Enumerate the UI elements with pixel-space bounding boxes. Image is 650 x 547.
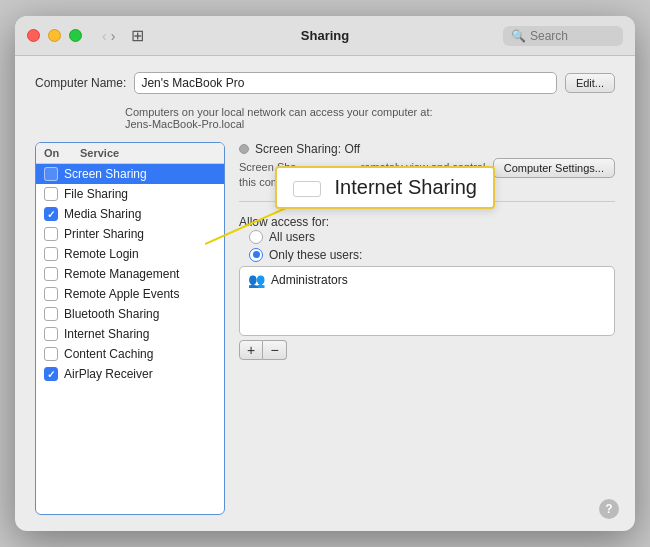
service-list-header: On Service [36, 143, 224, 164]
radio-all-users-btn[interactable] [249, 230, 263, 244]
screen-sharing-section: Screen Sharing: Off Screen Sha... remote… [239, 142, 615, 191]
main-panel: On Service Screen SharingFile SharingMed… [35, 142, 615, 515]
service-row-remote-login[interactable]: Remote Login [36, 244, 224, 264]
status-label: Screen Sharing: Off [255, 142, 360, 156]
service-row-remote-apple-events[interactable]: Remote Apple Events [36, 284, 224, 304]
close-button[interactable] [27, 29, 40, 42]
radio-only-these-users-btn[interactable] [249, 248, 263, 262]
service-row-content-caching[interactable]: Content Caching [36, 344, 224, 364]
grid-icon[interactable]: ⊞ [131, 26, 144, 45]
radio-all-users-label: All users [269, 230, 315, 244]
question-mark-button[interactable]: ? [599, 499, 619, 519]
screen-sharing-status: Screen Sharing: Off [239, 142, 615, 156]
service-label: Content Caching [64, 347, 153, 361]
checkbox-6[interactable] [44, 287, 58, 301]
computer-settings-btn[interactable]: Computer Settings... [493, 158, 615, 178]
service-row-media-sharing[interactable]: Media Sharing [36, 204, 224, 224]
search-box[interactable]: 🔍 [503, 26, 623, 46]
col-service-header: Service [80, 147, 216, 159]
service-row-remote-management[interactable]: Remote Management [36, 264, 224, 284]
col-on-header: On [44, 147, 80, 159]
list-item: 👥 Administrators [240, 267, 614, 293]
service-label: Internet Sharing [64, 327, 149, 341]
service-rows: Screen SharingFile SharingMedia SharingP… [36, 164, 224, 514]
service-row-screen-sharing[interactable]: Screen Sharing [36, 164, 224, 184]
service-label: AirPlay Receiver [64, 367, 153, 381]
service-row-airplay-receiver[interactable]: AirPlay Receiver [36, 364, 224, 384]
minimize-button[interactable] [48, 29, 61, 42]
service-label: Remote Management [64, 267, 179, 281]
checkbox-1[interactable] [44, 187, 58, 201]
service-list: On Service Screen SharingFile SharingMed… [35, 142, 225, 515]
divider [239, 201, 615, 202]
user-name: Administrators [271, 273, 348, 287]
network-info: Computers on your local network can acce… [125, 106, 615, 130]
checkbox-5[interactable] [44, 267, 58, 281]
radio-group: All users Only these users: [249, 230, 615, 262]
computer-name-input[interactable] [134, 72, 557, 94]
nav-arrows: ‹ › [102, 28, 115, 44]
service-row-internet-sharing[interactable]: Internet Sharing [36, 324, 224, 344]
radio-only-these-users-label: Only these users: [269, 248, 362, 262]
checkbox-3[interactable] [44, 227, 58, 241]
radio-all-users[interactable]: All users [249, 230, 615, 244]
search-input[interactable] [530, 29, 620, 43]
computer-name-row: Computer Name: Edit... [35, 72, 615, 94]
service-label: Remote Login [64, 247, 139, 261]
service-label: Screen Sharing [64, 167, 147, 181]
status-circle [239, 144, 249, 154]
main-window: ‹ › ⊞ Sharing 🔍 Computer Name: Edit... C… [15, 16, 635, 531]
service-label: File Sharing [64, 187, 128, 201]
checkbox-9[interactable] [44, 347, 58, 361]
remove-user-button[interactable]: − [263, 340, 287, 360]
checkbox-8[interactable] [44, 327, 58, 341]
edit-button[interactable]: Edit... [565, 73, 615, 93]
service-row-bluetooth-sharing[interactable]: Bluetooth Sharing [36, 304, 224, 324]
list-controls: + − [239, 340, 615, 360]
checkbox-4[interactable] [44, 247, 58, 261]
user-icon: 👥 [248, 272, 265, 288]
computer-name-label: Computer Name: [35, 76, 126, 90]
service-row-file-sharing[interactable]: File Sharing [36, 184, 224, 204]
right-panel: Screen Sharing: Off Screen Sha... remote… [239, 142, 615, 515]
search-icon: 🔍 [511, 29, 526, 43]
maximize-button[interactable] [69, 29, 82, 42]
forward-arrow-icon[interactable]: › [111, 28, 116, 44]
service-label: Remote Apple Events [64, 287, 179, 301]
service-label: Printer Sharing [64, 227, 144, 241]
service-label: Bluetooth Sharing [64, 307, 159, 321]
window-title: Sharing [301, 28, 349, 43]
content-area: Computer Name: Edit... Computers on your… [15, 56, 635, 531]
back-arrow-icon[interactable]: ‹ [102, 28, 107, 44]
add-user-button[interactable]: + [239, 340, 263, 360]
access-label: Allow access for: [239, 215, 329, 229]
checkbox-10[interactable] [44, 367, 58, 381]
window-inner: Computer Name: Edit... Computers on your… [15, 56, 635, 531]
title-bar: ‹ › ⊞ Sharing 🔍 [15, 16, 635, 56]
access-section: Allow access for: All users Only these u… [239, 212, 615, 360]
screen-sharing-desc: Screen Sha... remotely view and controlt… [239, 160, 485, 191]
radio-only-these-users[interactable]: Only these users: [249, 248, 615, 262]
service-row-printer-sharing[interactable]: Printer Sharing [36, 224, 224, 244]
service-label: Media Sharing [64, 207, 141, 221]
users-list: 👥 Administrators [239, 266, 615, 336]
checkbox-7[interactable] [44, 307, 58, 321]
checkbox-0[interactable] [44, 167, 58, 181]
checkbox-2[interactable] [44, 207, 58, 221]
